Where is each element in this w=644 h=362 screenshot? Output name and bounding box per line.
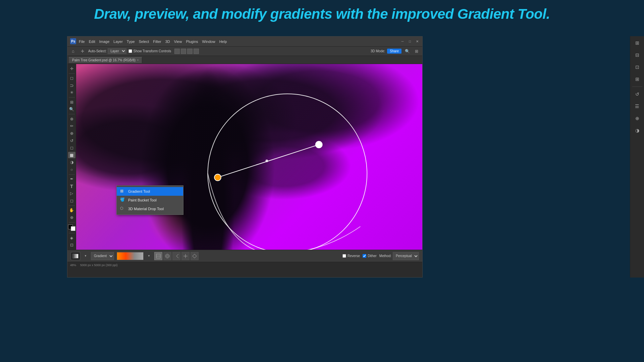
shape-tool-icon[interactable]: ◻: [68, 197, 75, 204]
dither-checkbox[interactable]: [363, 254, 366, 258]
diamond-gradient-button[interactable]: [191, 252, 199, 260]
menu-select[interactable]: Select: [139, 40, 149, 44]
pen-tool-icon[interactable]: ✒: [68, 176, 75, 182]
type-dropdown-arrow[interactable]: ▼: [83, 252, 88, 260]
background-color[interactable]: [71, 226, 75, 231]
svg-point-2: [208, 94, 367, 250]
toolbar-divider-4: [69, 174, 75, 175]
options-bar: ⌂ ✛ Auto-Select: Layer Group Show Transf…: [67, 47, 422, 56]
maximize-button[interactable]: □: [408, 39, 412, 44]
toolbar-divider-5: [69, 205, 75, 206]
gradient-name-select[interactable]: Gradient Linear Radial: [91, 252, 114, 260]
properties-panel-icon[interactable]: ⊕: [632, 113, 643, 124]
close-button[interactable]: ✕: [415, 39, 420, 44]
menu-edit[interactable]: Edit: [89, 40, 95, 44]
toolbar-divider-6: [69, 222, 75, 223]
heal-tool-icon[interactable]: ⊕: [68, 116, 75, 122]
artboards-panel-icon[interactable]: ⊞: [632, 74, 643, 84]
align-left-button[interactable]: [174, 49, 180, 54]
menu-plugins[interactable]: Plugins: [186, 40, 198, 44]
menu-filter[interactable]: Filter: [153, 40, 161, 44]
reflected-gradient-button[interactable]: [181, 252, 190, 260]
move-tool-icon[interactable]: ✛: [68, 65, 75, 72]
auto-select-dropdown[interactable]: Layer Group: [108, 48, 126, 54]
menu-3d[interactable]: 3D: [165, 40, 170, 44]
panel-toggle-button[interactable]: ⊞: [413, 48, 420, 55]
preview-dropdown-arrow[interactable]: ▼: [146, 252, 152, 260]
menu-image[interactable]: Image: [99, 40, 110, 44]
transform-controls-label: Show Transform Controls: [128, 49, 171, 53]
adjustments-panel-icon[interactable]: ◑: [632, 125, 643, 136]
history-brush-tool-icon[interactable]: ↺: [68, 137, 75, 144]
angle-gradient-button[interactable]: [172, 252, 180, 260]
gradient-tool-flyout-item[interactable]: ▦ Gradient Tool: [117, 187, 183, 196]
svg-text:Ps: Ps: [71, 40, 75, 43]
align-center-button[interactable]: [181, 49, 186, 54]
libraries-panel-icon[interactable]: ☰: [632, 101, 643, 112]
reverse-checkbox[interactable]: [342, 254, 346, 258]
align-right-button[interactable]: [187, 49, 193, 54]
menu-layer[interactable]: Layer: [113, 40, 123, 44]
linear-gradient-button[interactable]: [154, 252, 162, 260]
svg-line-11: [176, 254, 178, 256]
gradient-tool-flyout-label: Gradient Tool: [128, 189, 150, 193]
svg-point-10: [166, 255, 168, 257]
method-select[interactable]: Perceptual Linear Classic: [393, 252, 419, 260]
svg-point-5: [214, 174, 221, 181]
minimize-button[interactable]: ─: [400, 39, 405, 44]
svg-point-4: [265, 160, 268, 162]
rectangular-marquee-tool-icon[interactable]: ◻: [68, 75, 75, 81]
quick-mask-icon[interactable]: ◈: [68, 235, 75, 241]
menu-bar: File Edit Image Layer Type Select Filter…: [79, 40, 227, 44]
menu-file[interactable]: File: [79, 40, 85, 44]
menu-window[interactable]: Window: [202, 40, 215, 44]
3d-material-drop-tool-flyout-icon: ⬡: [120, 206, 125, 212]
transform-controls-checkbox[interactable]: [128, 49, 132, 53]
menu-help[interactable]: Help: [219, 40, 227, 44]
paint-bucket-tool-flyout-item[interactable]: 🪣 Paint Bucket Tool: [117, 196, 183, 204]
gradient-type-box: [71, 252, 80, 260]
3d-material-drop-tool-flyout-item[interactable]: ⬡ 3D Material Drop Tool: [117, 204, 183, 213]
auto-select-label: Auto-Select:: [88, 49, 106, 53]
dodge-tool-icon[interactable]: ○: [68, 166, 75, 173]
path-selection-tool-icon[interactable]: ▷: [68, 190, 75, 197]
tab-close-button[interactable]: ×: [137, 58, 139, 62]
hand-tool-icon[interactable]: ✋: [68, 207, 75, 214]
gradient-tool-icon[interactable]: ▦: [68, 152, 75, 159]
menu-type[interactable]: Type: [127, 40, 135, 44]
clone-stamp-tool-icon[interactable]: ⊕: [68, 130, 75, 137]
lasso-tool-icon[interactable]: ⊃: [68, 82, 75, 89]
distribute-button[interactable]: [194, 49, 199, 54]
layers-panel-icon[interactable]: ⊞: [632, 38, 643, 48]
zoom-tool-icon[interactable]: ⊕: [68, 214, 75, 221]
crop-tool-icon[interactable]: ⊞: [68, 99, 75, 106]
magic-wand-tool-icon[interactable]: ✳: [68, 89, 75, 96]
3d-material-drop-tool-flyout-label: 3D Material Drop Tool: [128, 207, 164, 211]
history-panel-icon[interactable]: ↺: [632, 89, 643, 100]
eyedropper-tool-icon[interactable]: 🔍: [68, 106, 75, 113]
menu-view[interactable]: View: [174, 40, 182, 44]
tab-bar: Palm Tree Gradient.psd @ 16.7% (RGB/8) ×: [67, 56, 422, 64]
eraser-tool-icon[interactable]: ◻: [68, 144, 75, 151]
radial-gradient-button[interactable]: [163, 252, 171, 260]
toolbar-divider-7: [69, 233, 75, 233]
groups-panel-icon[interactable]: ⊡: [632, 62, 643, 72]
share-button[interactable]: Share: [387, 49, 401, 54]
foreground-background-colors[interactable]: [68, 225, 75, 231]
brush-tool-icon[interactable]: ✏: [68, 123, 75, 130]
document-tab[interactable]: Palm Tree Gradient.psd @ 16.7% (RGB/8) ×: [69, 57, 142, 63]
panel-divider: [632, 86, 642, 87]
svg-line-12: [176, 256, 178, 258]
text-tool-icon[interactable]: T: [68, 183, 75, 190]
channels-panel-icon[interactable]: ⊟: [632, 50, 643, 60]
dither-label: Dither: [363, 254, 377, 258]
tool-flyout-menu: ▦ Gradient Tool 🪣 Paint Bucket Tool ⬡ 3D…: [116, 185, 183, 215]
gradient-preview-swatch[interactable]: [117, 252, 144, 260]
blur-tool-icon[interactable]: ◑: [68, 159, 75, 166]
search-button[interactable]: 🔍: [404, 48, 411, 55]
home-button[interactable]: ⌂: [69, 48, 77, 55]
paint-bucket-tool-flyout-icon: 🪣: [120, 197, 125, 203]
canvas: ▦ Gradient Tool 🪣 Paint Bucket Tool ⬡ 3D…: [76, 64, 422, 250]
screen-mode-icon[interactable]: ⊡: [68, 242, 75, 249]
toolbar-divider-3: [69, 114, 75, 114]
